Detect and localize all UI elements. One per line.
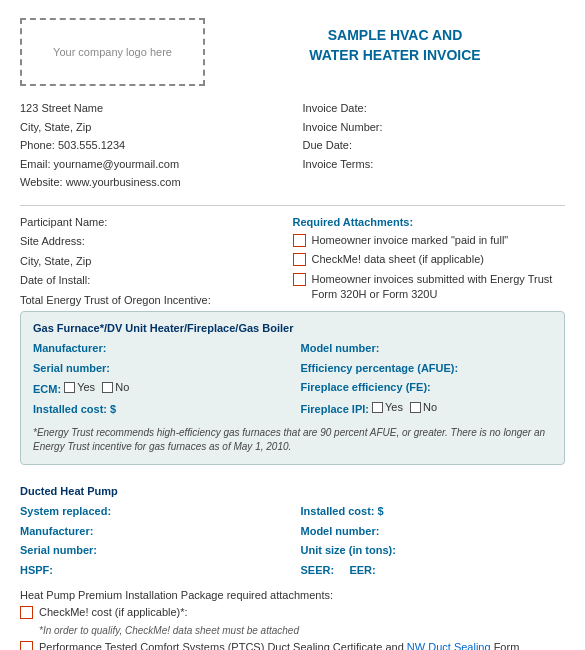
- dhp-serial-label: Serial number:: [20, 544, 97, 556]
- gf-ecm-no-cb[interactable]: [102, 382, 113, 393]
- gas-furnace-fields: Manufacturer: Serial number: ECM: Yes No…: [33, 340, 552, 420]
- participant-name: Participant Name:: [20, 214, 293, 232]
- gf-ecm-yes-cb[interactable]: [64, 382, 75, 393]
- dhp-system-label: System replaced:: [20, 505, 111, 517]
- participant-incentive: Total Energy Trust of Oregon Incentive:: [20, 292, 293, 310]
- required-label: Required Attachments:: [293, 214, 566, 232]
- gf-ecm-label: ECM:: [33, 383, 61, 395]
- company-address: 123 Street Name: [20, 100, 283, 117]
- participant-info: Participant Name: Site Address: City, St…: [20, 214, 293, 312]
- gf-serial-label: Serial number:: [33, 362, 110, 374]
- attachment-checkbox-1[interactable]: [293, 234, 306, 247]
- dhp-eer-label: EER:: [349, 564, 375, 576]
- dhp-checkbox1-box[interactable]: [20, 606, 33, 619]
- logo-text: Your company logo here: [53, 46, 172, 58]
- gf-ipl-no-label: No: [423, 399, 437, 416]
- dhp-cb2-part1: Performance Tested Comfort Systems (PTCS…: [39, 641, 407, 650]
- dhp-cb2-part2: NW Duct Sealing: [407, 641, 491, 650]
- gf-yes-label: Yes: [77, 379, 95, 396]
- dhp-manufacturer-label: Manufacturer:: [20, 525, 93, 537]
- dhp-manufacturer: Manufacturer:: [20, 523, 285, 540]
- gf-ipl-yes-label: Yes: [385, 399, 403, 416]
- attachment-item-2: CheckMe! data sheet (if applicable): [293, 252, 566, 267]
- gas-furnace-section: Gas Furnace*/DV Unit Heater/Fireplace/Ga…: [20, 311, 565, 465]
- dhp-serial: Serial number:: [20, 542, 285, 559]
- gf-efficiency: Efficiency percentage (AFUE):: [301, 360, 553, 377]
- gas-furnace-left: Manufacturer: Serial number: ECM: Yes No…: [33, 340, 293, 420]
- attachment-item-3: Homeowner invoices submitted with Energy…: [293, 272, 566, 303]
- title-line1: SAMPLE HVAC AND: [328, 27, 463, 43]
- dhp-checkbox2-label: Performance Tested Comfort Systems (PTCS…: [39, 640, 565, 650]
- gf-ecm-no: No: [102, 379, 129, 396]
- company-city: City, State, Zip: [20, 119, 283, 136]
- gf-model-label: Model number:: [301, 342, 380, 354]
- participant-site: Site Address:: [20, 233, 293, 251]
- divider1: [20, 205, 565, 206]
- title-line2: WATER HEATER INVOICE: [309, 47, 480, 63]
- participant-install: Date of Install:: [20, 272, 293, 290]
- invoice-title: SAMPLE HVAC AND WATER HEATER INVOICE: [225, 18, 565, 65]
- company-website: Website: www.yourbusiness.com: [20, 174, 283, 191]
- attachment-checkbox-2[interactable]: [293, 253, 306, 266]
- company-info: 123 Street Name City, State, Zip Phone: …: [20, 100, 293, 193]
- gf-manufacturer: Manufacturer:: [33, 340, 285, 357]
- gas-furnace-note: *Energy Trust recommends high-efficiency…: [33, 426, 552, 454]
- dhp-seer-eer: SEER: EER:: [301, 562, 566, 579]
- company-phone: Phone: 503.555.1234: [20, 137, 283, 154]
- dhp-hspf: HSPF:: [20, 562, 285, 579]
- gf-ipl-no-cb[interactable]: [410, 402, 421, 413]
- gf-manufacturer-label: Manufacturer:: [33, 342, 106, 354]
- invoice-number-label: Invoice Number:: [303, 119, 566, 136]
- attachment-text-1: Homeowner invoice marked "paid in full": [312, 233, 509, 248]
- dhp-unit-size: Unit size (in tons):: [301, 542, 566, 559]
- dhp-fields: System replaced: Manufacturer: Serial nu…: [20, 503, 565, 581]
- attachment-checkbox-3[interactable]: [293, 273, 306, 286]
- dhp-checkbox2: Performance Tested Comfort Systems (PTCS…: [20, 640, 565, 650]
- dhp-hspf-label: HSPF:: [20, 564, 53, 576]
- dhp-checkbox2-box[interactable]: [20, 641, 33, 650]
- dhp-system: System replaced:: [20, 503, 285, 520]
- gf-ecm: ECM: Yes No: [33, 379, 285, 397]
- gf-fireplace-eff-label: Fireplace efficiency (FE):: [301, 381, 431, 393]
- participant-city: City, State, Zip: [20, 253, 293, 271]
- attachment-item-1: Homeowner invoice marked "paid in full": [293, 233, 566, 248]
- dhp-title: Ducted Heat Pump: [20, 485, 565, 497]
- invoice-terms-label: Invoice Terms:: [303, 156, 566, 173]
- header: Your company logo here SAMPLE HVAC AND W…: [20, 18, 565, 86]
- gf-ipl-yes: Yes: [372, 399, 403, 416]
- dhp-checkbox1: CheckMe! cost (if applicable)*:: [20, 605, 565, 620]
- company-invoice-row: 123 Street Name City, State, Zip Phone: …: [20, 100, 565, 193]
- participant-row: Participant Name: Site Address: City, St…: [20, 214, 565, 312]
- logo-placeholder: Your company logo here: [20, 18, 205, 86]
- dhp-attachments: Heat Pump Premium Installation Package r…: [20, 589, 565, 650]
- gf-model: Model number:: [301, 340, 553, 357]
- dhp-model-label: Model number:: [301, 525, 380, 537]
- gf-cost: Installed cost: $: [33, 401, 285, 418]
- dhp-seer-label: SEER:: [301, 564, 335, 576]
- dhp-checkbox1-note: *In order to qualify, CheckMe! data shee…: [39, 625, 565, 636]
- gf-cost-label: Installed cost: $: [33, 403, 116, 415]
- invoice-info: Invoice Date: Invoice Number: Due Date: …: [293, 100, 566, 193]
- gf-ipl-yes-cb[interactable]: [372, 402, 383, 413]
- gf-fireplace-ipl-label: Fireplace IPI:: [301, 403, 369, 415]
- dhp-unit-size-label: Unit size (in tons):: [301, 544, 396, 556]
- gf-fireplace-eff: Fireplace efficiency (FE):: [301, 379, 553, 396]
- gf-serial: Serial number:: [33, 360, 285, 377]
- attachment-text-3: Homeowner invoices submitted with Energy…: [312, 272, 566, 303]
- attachment-text-2: CheckMe! data sheet (if applicable): [312, 252, 484, 267]
- dhp-right: Installed cost: $ Model number: Unit siz…: [293, 503, 566, 581]
- dhp-attachments-label: Heat Pump Premium Installation Package r…: [20, 589, 565, 601]
- gf-no-label: No: [115, 379, 129, 396]
- gf-ecm-yes: Yes: [64, 379, 95, 396]
- required-attachments: Required Attachments: Homeowner invoice …: [293, 214, 566, 312]
- dhp-model: Model number:: [301, 523, 566, 540]
- invoice-date-label: Invoice Date:: [303, 100, 566, 117]
- gf-fireplace-ipl: Fireplace IPI: Yes No: [301, 399, 553, 417]
- ducted-heat-pump-section: Ducted Heat Pump System replaced: Manufa…: [20, 477, 565, 650]
- dhp-cost-label: Installed cost: $: [301, 505, 384, 517]
- dhp-checkbox1-label: CheckMe! cost (if applicable)*:: [39, 605, 188, 620]
- dhp-cost: Installed cost: $: [301, 503, 566, 520]
- invoice-due-label: Due Date:: [303, 137, 566, 154]
- gf-ipl-no: No: [410, 399, 437, 416]
- gas-furnace-title: Gas Furnace*/DV Unit Heater/Fireplace/Ga…: [33, 322, 552, 334]
